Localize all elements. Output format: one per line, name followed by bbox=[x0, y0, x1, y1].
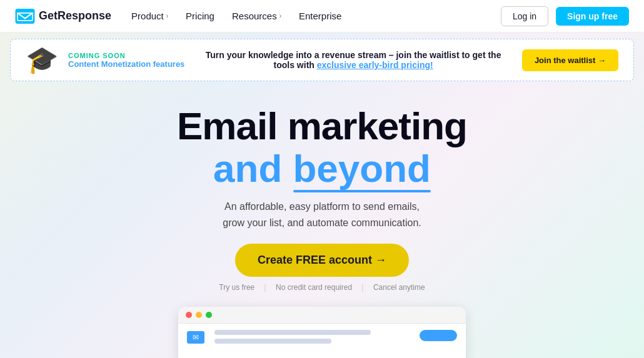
coming-soon-label: COMING SOON bbox=[68, 52, 184, 59]
note-cancel: Cancel anytime bbox=[373, 283, 425, 292]
divider1: | bbox=[264, 283, 266, 292]
banner-feature-text: Content Monetization features bbox=[68, 59, 184, 69]
titlebar-dot-yellow bbox=[196, 312, 202, 318]
banner-main-text: Turn your knowledge into a revenue strea… bbox=[194, 50, 512, 70]
nav-enterprise[interactable]: Enterprise bbox=[299, 11, 341, 21]
email-preview-icon bbox=[187, 331, 204, 344]
preview-lines bbox=[214, 330, 410, 344]
divider2: | bbox=[361, 283, 363, 292]
signup-button[interactable]: Sign up free bbox=[556, 7, 629, 26]
hero-title: Email marketing and beyond bbox=[13, 105, 631, 190]
hero-title-line2: and beyond bbox=[213, 147, 431, 190]
promo-banner: 🎓 COMING SOON Content Monetization featu… bbox=[10, 39, 634, 81]
navbar: GetResponse Product › Pricing Resources … bbox=[0, 0, 644, 32]
nav-product[interactable]: Product › bbox=[131, 11, 168, 21]
app-titlebar bbox=[178, 307, 466, 324]
logo[interactable]: GetResponse bbox=[15, 9, 111, 24]
preview-line-1 bbox=[214, 330, 371, 335]
login-button[interactable]: Log in bbox=[501, 6, 548, 26]
hero-section: Email marketing and beyond An affordable… bbox=[0, 87, 644, 298]
titlebar-dot-green bbox=[206, 312, 212, 318]
banner-link[interactable]: exclusive early-bird pricing! bbox=[317, 60, 433, 70]
product-chevron-icon: › bbox=[166, 12, 168, 19]
nav-links: Product › Pricing Resources › Enterprise bbox=[131, 11, 481, 21]
nav-pricing[interactable]: Pricing bbox=[186, 11, 214, 21]
banner-left: COMING SOON Content Monetization feature… bbox=[68, 52, 184, 69]
hero-and: and bbox=[213, 147, 293, 190]
hero-notes: Try us free | No credit card required | … bbox=[13, 283, 631, 292]
cta-button[interactable]: Create FREE account → bbox=[235, 244, 409, 277]
titlebar-dot-red bbox=[186, 312, 192, 318]
note-try: Try us free bbox=[219, 283, 254, 292]
hero-beyond: beyond bbox=[293, 147, 431, 190]
svg-rect-0 bbox=[16, 9, 35, 24]
logo-icon bbox=[15, 9, 35, 24]
app-preview-body bbox=[178, 324, 466, 350]
hero-title-line1: Email marketing bbox=[177, 104, 467, 147]
waitlist-button[interactable]: Join the waitlist → bbox=[522, 49, 618, 71]
nav-actions: Log in Sign up free bbox=[501, 6, 629, 26]
banner-emoji: 🎓 bbox=[26, 47, 58, 73]
hero-subtitle: An affordable, easy platform to send ema… bbox=[216, 199, 428, 231]
preview-blue-button bbox=[420, 330, 457, 341]
hero-cta-wrapper: Create FREE account → bbox=[13, 231, 631, 277]
preview-line-2 bbox=[214, 339, 331, 344]
nav-resources[interactable]: Resources › bbox=[232, 11, 281, 21]
resources-chevron-icon: › bbox=[279, 12, 281, 19]
note-card: No credit card required bbox=[276, 283, 352, 292]
app-preview bbox=[178, 307, 466, 358]
logo-text: GetResponse bbox=[39, 9, 111, 22]
